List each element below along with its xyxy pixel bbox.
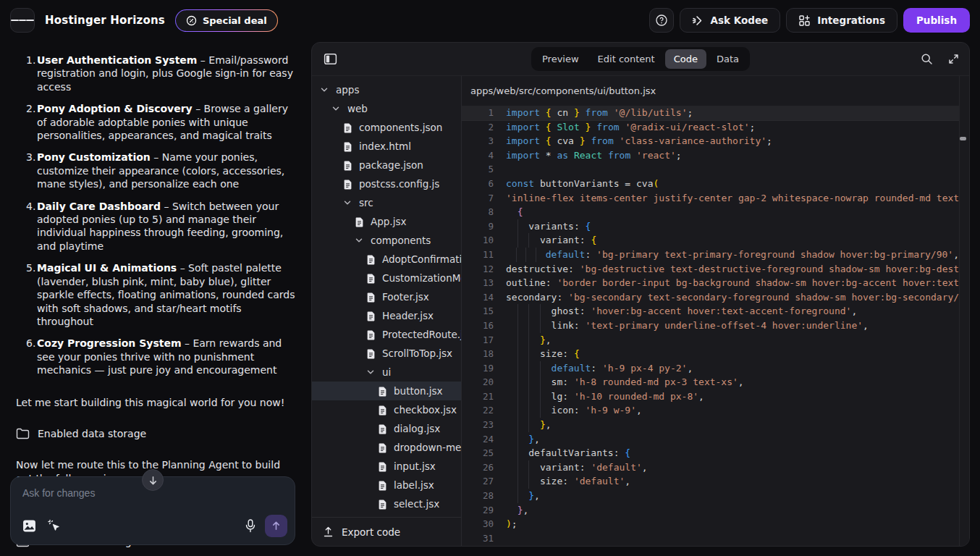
scrollbar-thumb[interactable] [960,137,966,140]
export-code-button[interactable]: Export code [312,517,461,546]
ask-kodee-button[interactable]: Ask Kodee [680,8,781,33]
tab-preview[interactable]: Preview [533,49,588,69]
tab-data[interactable]: Data [708,49,748,69]
tree-item-footer-jsx[interactable]: Footer.jsx [312,287,461,306]
tree-item-adoptconfirmation[interactable]: AdoptConfirmation [312,250,461,269]
line-number: 30 [462,517,494,531]
tree-item-src[interactable]: src [312,193,461,212]
status-enabled-data-storage: Enabled data storage [16,427,295,440]
attach-image-button[interactable] [22,520,36,532]
feature-text: Magical UI & Animations – Soft pastel pa… [37,261,295,328]
line-number: 16 [462,319,494,333]
file-icon [378,461,387,472]
line-number: 7 [462,191,494,206]
line-number: 25 [462,446,494,460]
tree-item-package-json[interactable]: package.json [312,156,461,174]
mic-button[interactable] [245,519,256,533]
feature-number: 1. [26,54,37,93]
export-code-label: Export code [342,526,400,538]
select-element-button[interactable] [48,519,62,533]
question-circle-icon [655,14,668,27]
scroll-to-bottom-button[interactable] [142,469,164,491]
code-line-31: 31 [462,531,959,546]
file-icon [378,499,387,510]
tree-item-customizationmoda[interactable]: CustomizationModa [312,269,461,287]
menu-button[interactable] [10,8,35,33]
tree-item-components[interactable]: components [312,231,461,250]
file-icon [366,348,376,359]
tab-edit-content[interactable]: Edit content [589,49,664,69]
line-number: 15 [462,304,494,319]
file-icon [343,179,352,190]
tree-item-dropdown-menu[interactable]: dropdown-menu [312,438,461,457]
tree-item-checkbox-jsx[interactable]: checkbox.jsx [312,400,461,419]
integrations-button[interactable]: Integrations [786,8,897,33]
tree-item-label: ui [382,366,391,378]
tree-item-web[interactable]: web [312,99,461,118]
file-icon [366,292,376,303]
line-number: 23 [462,418,494,432]
send-button[interactable] [265,515,287,537]
code-line-21: 21lg: 'h-10 rounded-md px-8', [462,389,959,404]
tree-item-dialog-jsx[interactable]: dialog.jsx [312,419,461,438]
feature-item-6: 6.Cozy Progression System – Earn rewards… [26,337,295,376]
line-number: 28 [462,489,494,503]
line-number: 3 [462,134,494,148]
file-icon [378,424,387,434]
feature-text: User Authentication System – Email/passw… [37,54,295,93]
line-number: 20 [462,375,494,389]
file-icon [378,442,387,453]
line-number: 4 [462,148,494,163]
discount-badge-icon [186,15,197,26]
folder-icon [16,428,30,439]
tree-item-select-jsx[interactable]: select.jsx [312,494,461,513]
tree-item-postcss-config-js[interactable]: postcss.config.js [312,174,461,193]
line-number: 11 [462,248,494,262]
special-deal-label: Special deal [203,15,267,26]
help-button[interactable] [649,8,674,33]
file-icon [378,480,387,491]
tree-item-protectedroute-jsx[interactable]: ProtectedRoute.jsx [312,325,461,344]
workspace-panel: PreviewEdit contentCodeData appswebcompo… [311,42,970,547]
line-number: 1 [462,106,494,120]
line-number: 19 [462,361,494,376]
publish-button[interactable]: Publish [903,8,970,33]
tab-code[interactable]: Code [665,49,706,69]
tree-item-input-jsx[interactable]: input.jsx [312,457,461,476]
code-line-23: 23}, [462,418,959,432]
line-number: 5 [462,162,494,177]
chevron-down-icon [319,85,329,95]
sidebar-toggle-icon [323,51,338,67]
special-deal-button[interactable]: Special deal [175,9,278,32]
feature-number: 3. [26,151,37,190]
code-line-29: 29}, [462,503,959,518]
tree-item-components-json[interactable]: components.json [312,118,461,137]
tree-item-ui[interactable]: ui [312,363,461,382]
tree-item-scrolltotop-jsx[interactable]: ScrollToTop.jsx [312,344,461,363]
tree-item-apps[interactable]: apps [312,80,461,99]
line-number: 12 [462,262,494,277]
tree-item-header-jsx[interactable]: Header.jsx [312,306,461,325]
tree-item-label: src [359,197,373,208]
code-line-19: 19default: 'h-9 px-4 py-2', [462,361,959,376]
code-line-25: 25defaultVariants: { [462,446,959,460]
tree-item-button-jsx[interactable]: button.jsx [312,382,461,400]
line-number: 8 [462,205,494,219]
search-button[interactable] [921,53,933,65]
tree-item-label-jsx[interactable]: label.jsx [312,476,461,494]
tree-item-index-html[interactable]: index.html [312,137,461,156]
feature-list: 1.User Authentication System – Email/pas… [16,54,295,377]
tree-item-label: components.json [359,122,442,133]
file-tree-panel: appswebcomponents.jsonindex.htmlpackage.… [312,76,461,546]
editor-scrollbar[interactable] [959,76,969,546]
file-icon [378,386,387,397]
code-line-1: 1import { cn } from '@/lib/utils'; [462,106,959,120]
feature-text: Pony Adoption & Discovery – Browse a gal… [37,102,295,142]
tree-item-label: AdoptConfirmation [382,253,461,265]
tree-item-label: checkbox.jsx [394,404,457,416]
feature-number: 5. [26,261,37,328]
expand-button[interactable] [947,53,960,65]
sidebar-toggle-button[interactable] [321,50,339,68]
code-line-20: 20sm: 'h-8 rounded-md px-3 text-xs', [462,375,959,389]
tree-item-app-jsx[interactable]: App.jsx [312,212,461,231]
